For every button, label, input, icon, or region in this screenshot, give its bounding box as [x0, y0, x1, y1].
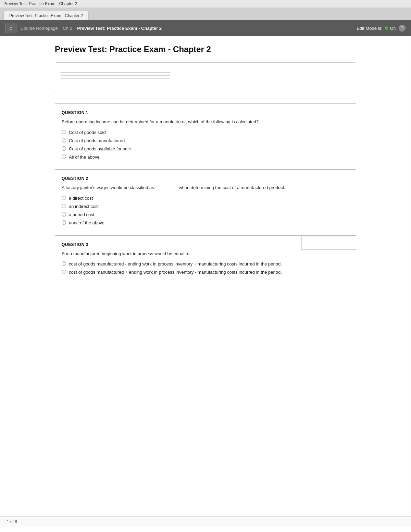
question-1-option-2: Cost of goods manufactured	[62, 138, 349, 144]
question-1-option-2-text: Cost of goods manufactured	[69, 138, 125, 144]
question-2-option-2-text: an indirect cost	[69, 203, 99, 210]
question-1-option-1: Cost of goods sold	[62, 129, 349, 136]
question-3-option-1-text: cost of goods manufactured - ending work…	[69, 261, 282, 267]
question-3-option-2-text: cost of goods manufactured + ending work…	[69, 269, 282, 275]
info-line-1	[61, 72, 170, 73]
question-2-text: A factory janitor's wages would be class…	[62, 184, 349, 191]
browser-tab-bar: Preview Test: Practice Exam - Chapter 2	[0, 8, 411, 20]
question-1-option-4-text: All of the above	[69, 154, 100, 160]
question-2-option-1-text: a direct cost	[69, 195, 93, 201]
page-footer: 1 of 8	[0, 516, 411, 527]
q3-float-box	[301, 236, 356, 250]
main-content: Preview Test: Practice Exam - Chapter 2 …	[48, 36, 363, 298]
question-3-option-2: cost of goods manufactured + ending work…	[62, 269, 349, 275]
question-2-option-3: a period cost	[62, 212, 349, 218]
breadcrumb: Course Homepage Ch 2 Preview Test: Pract…	[21, 26, 162, 31]
lms-navigation-bar: ⌂ Course Homepage Ch 2 Preview Test: Pra…	[0, 20, 411, 36]
home-icon: ⌂	[9, 25, 13, 31]
radio-q2-opt4[interactable]	[62, 220, 66, 225]
tab-label: Preview Test: Practice Exam - Chapter 2	[9, 13, 83, 18]
lms-nav-right: Edit Mode is: ON ?	[357, 25, 406, 32]
question-3-option-1: cost of goods manufactured - ending work…	[62, 261, 349, 267]
radio-q1-opt3[interactable]	[62, 146, 66, 151]
browser-tab[interactable]: Preview Test: Practice Exam - Chapter 2	[3, 11, 89, 20]
breadcrumb-current: Preview Test: Practice Exam - Chapter 2	[77, 26, 162, 31]
radio-q2-opt2[interactable]	[62, 204, 66, 208]
question-1-section: QUESTION 1 Before operating income can b…	[55, 103, 356, 169]
question-2-option-4: none of the above	[62, 220, 349, 226]
breadcrumb-ch2[interactable]: Ch 2	[63, 26, 72, 31]
question-2-option-4-text: none of the above	[69, 220, 104, 226]
question-2-option-3-text: a period cost	[69, 212, 94, 218]
edit-mode-value: ON	[390, 26, 397, 31]
info-line-2	[61, 75, 170, 76]
question-1-option-4: All of the above	[62, 154, 349, 160]
radio-q2-opt1[interactable]	[62, 196, 66, 200]
info-line-3	[61, 78, 170, 79]
question-1-text: Before operating income can be determine…	[62, 119, 349, 125]
radio-q3-opt2[interactable]	[62, 270, 66, 274]
question-2-option-1: a direct cost	[62, 195, 349, 201]
question-2-label: QUESTION 2	[62, 176, 349, 181]
help-icon: ?	[401, 26, 403, 30]
page-title: Preview Test: Practice Exam - Chapter 2	[55, 45, 356, 54]
question-1-option-3-text: Cost of goods available for sale	[69, 146, 131, 152]
home-button[interactable]: ⌂	[5, 23, 16, 33]
question-1-option-1-text: Cost of goods sold	[69, 129, 106, 136]
question-3-section: QUESTION 3 For a manufacturer, beginning…	[55, 235, 356, 285]
edit-mode-indicator	[385, 26, 388, 30]
edit-mode-label: Edit Mode is:	[357, 26, 382, 31]
question-1-label: QUESTION 1	[62, 110, 349, 115]
page-indicator: 1 of 8	[7, 519, 17, 524]
radio-q1-opt1[interactable]	[62, 130, 66, 134]
help-button[interactable]: ?	[399, 25, 406, 32]
question-1-option-3: Cost of goods available for sale	[62, 146, 349, 152]
radio-q2-opt3[interactable]	[62, 212, 66, 216]
breadcrumb-course-homepage[interactable]: Course Homepage	[21, 26, 58, 31]
browser-title-bar: Preview Test: Practice Exam - Chapter 2	[0, 0, 411, 8]
question-2-option-2: an indirect cost	[62, 203, 349, 210]
info-box	[55, 62, 356, 93]
question-3-text: For a manufacturer, beginning work in pr…	[62, 250, 349, 257]
lms-nav-left: ⌂ Course Homepage Ch 2 Preview Test: Pra…	[5, 23, 162, 33]
radio-q1-opt4[interactable]	[62, 154, 66, 159]
browser-title-text: Preview Test: Practice Exam - Chapter 2	[3, 1, 77, 6]
question-2-section: QUESTION 2 A factory janitor's wages wou…	[55, 169, 356, 235]
radio-q3-opt1[interactable]	[62, 261, 66, 266]
radio-q1-opt2[interactable]	[62, 138, 66, 143]
